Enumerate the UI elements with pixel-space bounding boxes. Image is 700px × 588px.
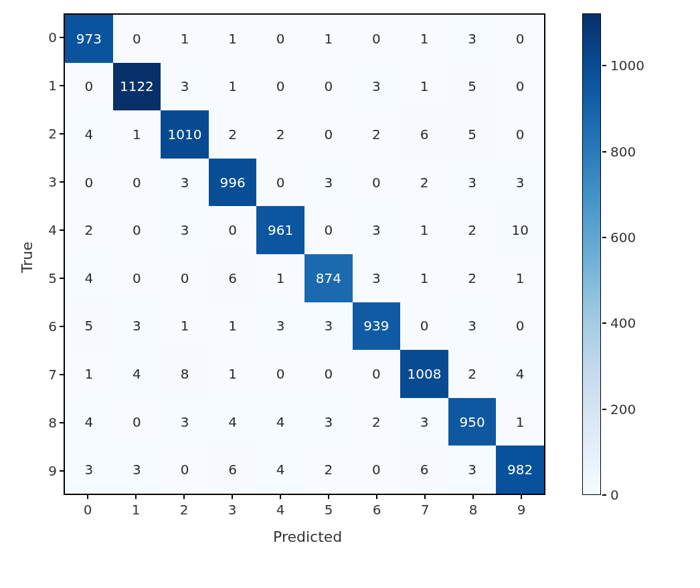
y-tick-label: 3 [30,174,57,190]
heatmap-cell: 3 [304,159,353,207]
heatmap-cell: 4 [65,110,113,159]
heatmap-cell: 3 [353,63,401,111]
heatmap-cell: 0 [256,159,304,207]
x-tick-label: 0 [74,502,101,518]
heatmap-cell: 0 [161,446,209,494]
heatmap-cell: 1 [400,63,448,111]
heatmap-cell: 982 [496,446,544,494]
heatmap-cell: 6 [400,110,448,159]
colorbar-tick: 400 [602,316,636,330]
heatmap-cell: 0 [304,110,353,159]
heatmap-cell: 4 [256,446,304,494]
x-axis-label: Predicted [273,528,342,545]
heatmap-cell: 3 [161,206,209,254]
x-tick-mark [135,495,137,499]
heatmap-cell: 2 [304,446,353,494]
heatmap-cell: 5 [448,110,497,159]
heatmap-cell: 2 [65,206,113,254]
heatmap-cell: 0 [256,15,304,63]
heatmap-cell: 0 [304,63,353,111]
heatmap-cell: 1 [256,254,304,302]
heatmap-cell: 0 [496,63,544,111]
heatmap-cell: 0 [113,206,161,254]
colorbar-tick-mark [602,409,606,410]
x-tick-label: 9 [508,502,535,518]
heatmap-cell: 1 [400,254,448,302]
x-tick-mark [328,495,329,499]
chart-stage: 0123456789 0123456789 973011010130011223… [0,0,700,588]
heatmap-cell: 3 [448,302,497,351]
heatmap-cell: 3 [65,446,113,494]
heatmap-cell: 1 [209,302,257,351]
heatmap-cell: 3 [113,302,161,351]
heatmap-cell: 3 [448,446,497,494]
x-tick-mark [280,495,281,499]
heatmap-cell: 0 [113,159,161,207]
heatmap-cell: 2 [448,206,497,254]
heatmap-cell: 0 [353,15,401,63]
x-tick-label: 5 [315,502,342,518]
heatmap-cell: 0 [496,15,544,63]
heatmap-cell: 10 [496,206,544,254]
colorbar-tick-mark [602,494,606,496]
heatmap-cell: 3 [161,159,209,207]
heatmap-cell: 2 [209,110,257,159]
heatmap-cell: 2 [448,350,497,398]
heatmap-cell: 5 [65,302,113,351]
colorbar-tick-mark [602,322,606,324]
heatmap-cell: 1 [65,350,113,398]
heatmap-cell: 0 [353,350,401,398]
colorbar-tick: 800 [602,145,636,159]
heatmap-cell: 996 [209,159,257,207]
heatmap-cell: 1 [496,254,544,302]
heatmap-cell: 4 [65,254,113,302]
heatmap-cell: 3 [400,398,448,446]
x-tick-mark [183,495,185,499]
y-tick-label: 8 [30,415,57,431]
heatmap-cell: 4 [65,398,113,446]
heatmap-cell: 6 [400,446,448,494]
heatmap-cell: 6 [209,254,257,302]
heatmap-cell: 4 [256,398,304,446]
heatmap-cell: 3 [113,446,161,494]
heatmap-cell: 3 [161,63,209,111]
x-tick-label: 4 [267,502,294,518]
heatmap-cell: 0 [304,350,353,398]
heatmap-cell: 0 [113,254,161,302]
heatmap-cell: 3 [161,398,209,446]
colorbar-tick-label: 1000 [610,58,644,74]
y-tick-label: 9 [30,463,57,479]
heatmap-cell: 1 [161,15,209,63]
x-tick-label: 6 [363,502,390,518]
y-axis-label: True [19,241,35,273]
colorbar-tick-label: 800 [610,144,636,160]
heatmap-cell: 1 [209,350,257,398]
heatmap-cell: 5 [448,63,497,111]
y-tick-label: 0 [30,29,57,45]
x-tick-mark [521,495,522,499]
heatmap-cell: 0 [65,63,113,111]
x-tick-label: 7 [412,502,438,518]
x-tick-label: 1 [122,502,149,518]
heatmap-cell: 3 [448,15,497,63]
heatmap-cell: 0 [304,206,353,254]
heatmap-cell: 1 [209,63,257,111]
heatmap-cell: 4 [113,350,161,398]
heatmap-cell: 0 [400,302,448,351]
heatmap-cell: 2 [448,254,497,302]
heatmap-cell: 2 [353,398,401,446]
heatmap-cell: 0 [496,302,544,351]
heatmap-cell: 1 [304,15,353,63]
heatmap-cell: 2 [353,110,401,159]
heatmap-cell: 0 [353,159,401,207]
heatmap-cell: 0 [209,206,257,254]
heatmap-cell: 939 [353,302,401,351]
colorbar-tick: 600 [602,231,636,244]
heatmap-cell: 4 [209,398,257,446]
y-tick-label: 4 [30,222,57,238]
heatmap-cell: 3 [496,159,544,207]
heatmap-cell: 0 [353,446,401,494]
colorbar-tick-label: 200 [610,401,636,417]
colorbar [582,13,601,495]
heatmap-cell: 0 [256,350,304,398]
